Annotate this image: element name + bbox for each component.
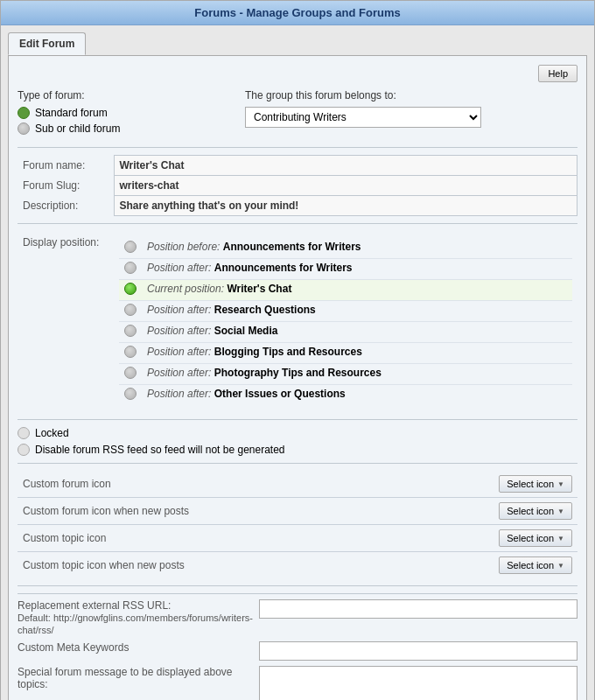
icon-row-2: Custom topic icon Select icon ▼ [18,525,578,552]
special-message-row: Special forum message to be displayed ab… [18,666,578,700]
display-position-row: Display position: Position before: Annou… [18,231,578,412]
pos-radio-2 [124,283,136,295]
pos-radio-1 [124,262,136,274]
forum-slug-label: Forum Slug: [18,176,114,196]
pos-row-1[interactable]: Position after: Announcements for Writer… [119,259,572,280]
window-title: Forums - Manage Groups and Forums [194,6,400,19]
icon-btn-cell-2: Select icon ▼ [490,525,578,552]
meta-keywords-input[interactable] [259,641,578,661]
title-bar: Forums - Manage Groups and Forums [1,1,594,25]
rss-url-row: Replacement external RSS URL: Default: h… [18,599,578,636]
rss-disable-checkbox[interactable] [18,444,30,456]
forum-slug-row: Forum Slug: writers-chat [18,176,578,196]
content-area: Edit Forum Help Type of forum: Standard … [1,25,594,700]
pos-row-5[interactable]: Position after: Blogging Tips and Resour… [119,343,572,364]
forum-type-label: Type of forum: [18,89,228,102]
locked-checkbox[interactable] [18,427,30,439]
rss-label: Replacement external RSS URL: Default: h… [18,599,254,636]
divider-3 [18,419,578,420]
description-row: Description: Share anything that's on yo… [18,196,578,216]
icon-label-1: Custom forum icon when new posts [18,498,490,525]
help-row: Help [18,65,578,82]
display-position-label: Display position: [18,231,114,412]
select-icon-btn-2[interactable]: Select icon ▼ [499,529,572,547]
tab-edit-forum[interactable]: Edit Forum [8,32,86,55]
pos-name-7: Other Issues or Questions [214,388,346,400]
pos-radio-7 [124,388,136,400]
divider-4 [18,463,578,464]
pos-label-7: Position after: [147,388,211,400]
locked-label: Locked [35,427,69,439]
forum-name-label: Forum name: [18,156,114,176]
divider-5 [18,585,578,586]
arrow-icon-1: ▼ [557,508,564,515]
select-icon-label-2: Select icon [507,533,554,543]
icon-row-0: Custom forum icon Select icon ▼ [18,471,578,498]
pos-name-6: Photography Tips and Resources [214,367,382,379]
pos-row-4[interactable]: Position after: Social Media [119,322,572,343]
forum-name-row: Forum name: Writer's Chat [18,156,578,176]
icon-table: Custom forum icon Select icon ▼ Custom f… [18,471,578,578]
pos-label-0: Position before: [147,241,220,253]
pos-row-0[interactable]: Position before: Announcements for Write… [119,238,572,259]
pos-label-1: Position after: [147,262,211,274]
pos-label-4: Position after: [147,325,211,337]
main-window: Forums - Manage Groups and Forums Edit F… [0,0,595,700]
pos-label-5: Position after: [147,346,211,358]
help-button[interactable]: Help [538,65,578,82]
select-icon-btn-1[interactable]: Select icon ▼ [499,502,572,520]
icon-btn-cell-1: Select icon ▼ [490,498,578,525]
pos-name-4: Social Media [214,325,278,337]
tab-bar: Edit Forum [8,32,587,55]
icon-btn-cell-0: Select icon ▼ [490,471,578,498]
rss-disable-label: Disable forum RSS feed so feed will not … [35,444,285,456]
divider-1 [18,147,578,148]
select-icon-btn-3[interactable]: Select icon ▼ [499,556,572,574]
position-options-table: Position before: Announcements for Write… [119,238,572,405]
description-value: Share anything that's on your mind! [114,196,578,216]
arrow-icon-3: ▼ [557,562,564,570]
main-panel: Help Type of forum: Standard forum Sub o… [8,55,587,700]
icon-label-0: Custom forum icon [18,471,490,498]
radio-sub-label: Sub or child forum [35,122,120,135]
locked-row[interactable]: Locked [18,427,578,439]
radio-standard-icon [18,107,30,119]
select-icon-label-3: Select icon [507,560,554,570]
rss-label-line2: Default: http://gnowfglins.com/members/f… [18,612,253,635]
arrow-icon-0: ▼ [557,480,564,488]
pos-name-5: Blogging Tips and Resources [214,346,362,358]
forum-type-group: Type of forum: Standard forum Sub or chi… [18,89,578,138]
pos-row-6[interactable]: Position after: Photography Tips and Res… [119,364,572,385]
select-icon-btn-0[interactable]: Select icon ▼ [499,475,572,493]
radio-sub-icon [18,122,30,135]
pos-radio-6 [124,367,136,379]
radio-standard-label: Standard forum [35,107,108,119]
pos-row-7[interactable]: Position after: Other Issues or Question… [119,385,572,406]
description-label: Description: [18,196,114,216]
forum-slug-value: writers-chat [114,176,578,196]
pos-radio-5 [124,346,136,358]
display-position-table: Display position: Position before: Annou… [18,231,578,412]
basic-fields-table: Forum name: Writer's Chat Forum Slug: wr… [18,155,578,216]
pos-row-2-current[interactable]: Current position: Writer's Chat [119,280,572,301]
rss-input[interactable] [259,599,578,619]
pos-row-3[interactable]: Position after: Research Questions [119,301,572,322]
meta-keywords-label: Custom Meta Keywords [18,641,254,654]
group-select[interactable]: Contributing Writers [245,107,481,128]
rss-label-line1: Replacement external RSS URL: [18,599,171,612]
pos-name-3: Research Questions [214,304,316,316]
radio-sub-forum[interactable]: Sub or child forum [18,122,228,135]
pos-name-0: Announcements for Writers [223,241,361,253]
pos-name-2: Writer's Chat [227,283,291,295]
radio-standard-forum[interactable]: Standard forum [18,107,228,119]
icon-btn-cell-3: Select icon ▼ [490,552,578,579]
group-label: The group this forum belongs to: [245,89,578,102]
divider-2 [18,223,578,224]
pos-label-6: Position after: [147,367,211,379]
rss-disable-row[interactable]: Disable forum RSS feed so feed will not … [18,444,578,456]
pos-label-2: Current position: [147,283,224,295]
group-select-section: The group this forum belongs to: Contrib… [245,89,578,131]
checkbox-section: Locked Disable forum RSS feed so feed wi… [18,427,578,456]
meta-keywords-row: Custom Meta Keywords [18,641,578,661]
special-message-input[interactable] [259,666,578,700]
